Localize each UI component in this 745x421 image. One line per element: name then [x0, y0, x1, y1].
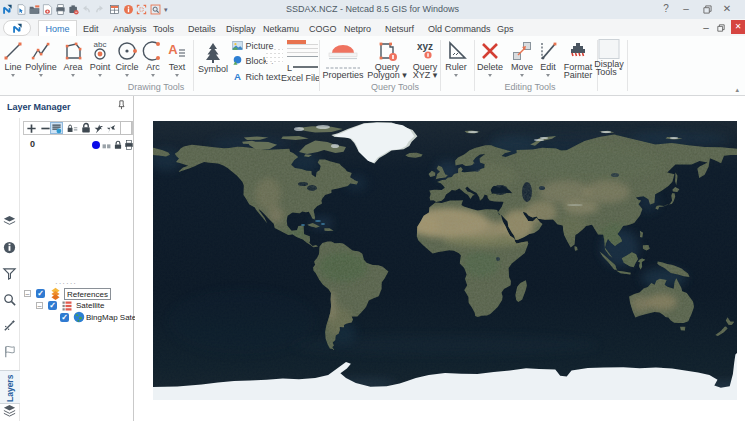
- svg-text:A: A: [168, 42, 178, 57]
- svg-text:xyz: xyz: [417, 41, 433, 52]
- svg-text:A: A: [234, 71, 241, 82]
- svg-text:abc: abc: [94, 40, 107, 49]
